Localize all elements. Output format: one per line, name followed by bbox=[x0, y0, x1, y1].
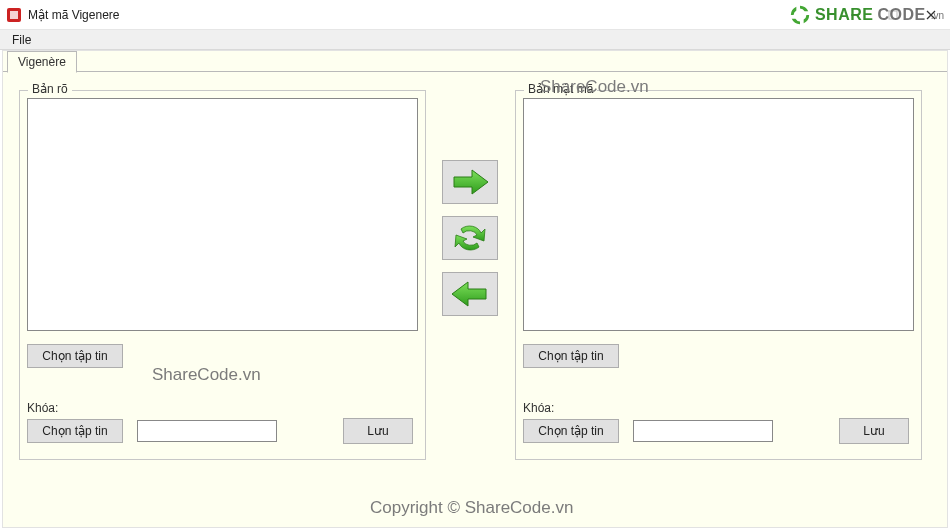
tab-label: Vigenère bbox=[18, 55, 66, 69]
ciphertext-key-label: Khóa: bbox=[523, 401, 554, 415]
ciphertext-key-choose-file-button[interactable]: Chọn tập tin bbox=[523, 419, 619, 443]
plaintext-save-button[interactable]: Lưu bbox=[343, 418, 413, 444]
ciphertext-group: Bản mật mã Chọn tập tin Khóa: Chọn tập t… bbox=[515, 90, 922, 460]
arrow-left-icon bbox=[450, 280, 490, 308]
plaintext-key-input[interactable] bbox=[137, 420, 277, 442]
plaintext-key-label: Khóa: bbox=[27, 401, 58, 415]
decrypt-button[interactable] bbox=[442, 272, 498, 316]
svg-rect-1 bbox=[10, 11, 18, 19]
plaintext-group: Bản rõ Chọn tập tin Khóa: Chọn tập tin L… bbox=[19, 90, 426, 460]
arrow-right-icon bbox=[450, 168, 490, 196]
center-buttons bbox=[442, 160, 498, 316]
ciphertext-input[interactable] bbox=[523, 98, 914, 331]
ciphertext-save-button[interactable]: Lưu bbox=[839, 418, 909, 444]
swap-button[interactable] bbox=[442, 216, 498, 260]
minimize-button[interactable] bbox=[848, 8, 862, 22]
plaintext-choose-file-button[interactable]: Chọn tập tin bbox=[27, 344, 123, 368]
client-area: Vigenère Bản rõ Chọn tập tin Khóa: Chọn … bbox=[2, 50, 948, 528]
maximize-button[interactable] bbox=[886, 8, 900, 22]
window-title: Mật mã Vigenere bbox=[28, 8, 120, 22]
plaintext-input[interactable] bbox=[27, 98, 418, 331]
close-button[interactable] bbox=[924, 8, 938, 22]
refresh-icon bbox=[451, 221, 489, 255]
plaintext-legend: Bản rõ bbox=[28, 82, 72, 96]
ciphertext-key-input[interactable] bbox=[633, 420, 773, 442]
titlebar: Mật mã Vigenere bbox=[0, 0, 950, 30]
ciphertext-choose-file-button[interactable]: Chọn tập tin bbox=[523, 344, 619, 368]
tab-vigenere[interactable]: Vigenère bbox=[7, 51, 77, 73]
app-icon bbox=[6, 7, 22, 23]
tab-panel: Bản rõ Chọn tập tin Khóa: Chọn tập tin L… bbox=[3, 71, 947, 527]
encrypt-button[interactable] bbox=[442, 160, 498, 204]
menu-file[interactable]: File bbox=[6, 32, 37, 48]
menubar: File bbox=[0, 30, 950, 50]
svg-rect-3 bbox=[889, 11, 897, 19]
plaintext-key-choose-file-button[interactable]: Chọn tập tin bbox=[27, 419, 123, 443]
ciphertext-legend: Bản mật mã bbox=[524, 82, 597, 96]
